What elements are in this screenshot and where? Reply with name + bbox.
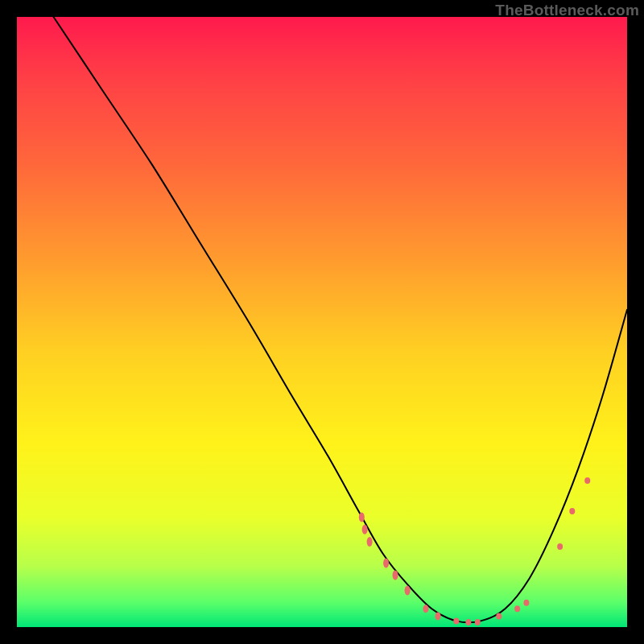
data-marker: [436, 612, 441, 620]
data-marker: [362, 525, 368, 535]
data-marker: [359, 513, 365, 522]
data-marker: [423, 605, 428, 613]
data-marker: [453, 617, 459, 624]
data-marker: [557, 543, 563, 550]
data-marker: [496, 613, 502, 619]
data-marker: [584, 477, 590, 484]
plot-area: [17, 17, 627, 627]
data-marker: [465, 619, 471, 625]
chart-frame: [17, 17, 627, 627]
data-marker: [475, 619, 481, 625]
chart-svg: [17, 17, 627, 627]
data-marker: [514, 605, 520, 612]
data-marker: [383, 558, 389, 568]
data-markers: [359, 477, 590, 625]
data-marker: [523, 600, 529, 606]
data-marker: [405, 586, 411, 596]
data-marker: [393, 571, 398, 580]
data-marker: [569, 508, 575, 514]
bottleneck-curve: [54, 17, 628, 622]
data-marker: [367, 537, 373, 547]
